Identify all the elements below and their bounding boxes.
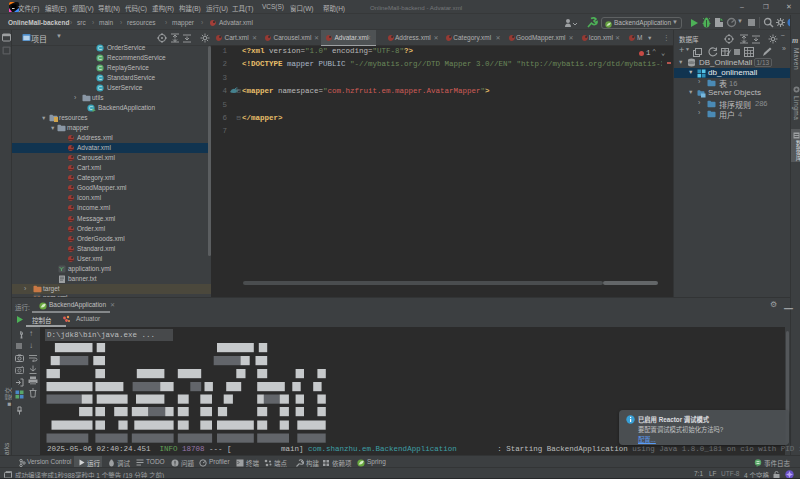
svg-text:C: C [98,55,103,61]
svg-text:C: C [98,75,103,81]
svg-text:C: C [98,45,103,51]
svg-text:C: C [98,65,103,71]
svg-text:C: C [98,85,103,91]
